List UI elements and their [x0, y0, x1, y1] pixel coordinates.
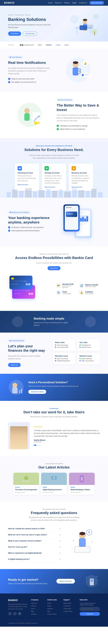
- faq-illustration: ?: [65, 526, 100, 556]
- faq-item-6[interactable]: Is digital banking secure? +: [8, 556, 61, 562]
- hero-secondary-button[interactable]: See all tools: [23, 32, 37, 36]
- social-linkedin[interactable]: in: [18, 612, 22, 616]
- banking-content: Banking at Your Fingertips Your banking …: [8, 211, 51, 233]
- footer-link-help[interactable]: Help Center: [63, 602, 77, 604]
- home-loan-item-2: Low Interest Rate: [55, 346, 73, 348]
- personalized-cta-button[interactable]: Contact Us Now: [28, 390, 46, 394]
- article-card-1[interactable]: Finance The future of local payments 20 …: [13, 473, 39, 495]
- cta-button[interactable]: Open Account: [56, 579, 75, 584]
- svg-rect-53: [98, 192, 103, 198]
- article-2-svg: [47, 474, 61, 484]
- faq-item-1[interactable]: How do I handle the easiest branch or AT…: [8, 526, 61, 532]
- balance-amount: $4,250.00: [67, 213, 76, 215]
- footer-link-about-us[interactable]: About: [47, 605, 61, 607]
- svg-rect-38: [73, 168, 74, 168]
- footer-support-title: Support: [63, 599, 77, 601]
- card-brand-icon: ⬤⬤: [26, 283, 31, 286]
- footer-logo: BANKIO: [8, 599, 28, 602]
- faq-item-2[interactable]: What do I do if I lose my card or it get…: [8, 532, 61, 538]
- faq-item-4[interactable]: How do I reset my pin? +: [8, 544, 61, 550]
- svg-rect-25: [84, 75, 88, 76]
- svg-rect-40: [12, 190, 18, 198]
- planning-cta-button[interactable]: Talk to Us: [8, 363, 21, 367]
- cta-illustration: [84, 574, 100, 588]
- home-loan-feature-1: Easy Processing: [57, 344, 68, 346]
- notifications-illustration: 🔔: [57, 55, 100, 85]
- checking-link[interactable]: Open Account ›: [18, 184, 28, 186]
- footer-link-privacy[interactable]: Privacy Policy: [47, 613, 61, 615]
- education-loan-dot-1: [55, 358, 56, 359]
- svg-point-27: [24, 108, 30, 114]
- footer: BANKIO We provide financial services to …: [0, 594, 108, 627]
- tag-dot: [10, 57, 11, 58]
- svg-rect-44: [39, 190, 45, 198]
- footer-link-cookie[interactable]: Cookie Policy: [63, 610, 77, 612]
- feature-cashback-text: Cashback Earn rewards: [85, 291, 93, 294]
- svg-point-12: [70, 15, 78, 23]
- testimonials-section: Testimonials Don't take our word for it,…: [0, 401, 108, 456]
- svg-rect-48: [64, 192, 71, 198]
- svg-rect-52: [91, 189, 97, 198]
- hero-primary-button[interactable]: View More: [8, 32, 21, 36]
- invest-tag-text: Safe Investments: [60, 99, 72, 101]
- footer-link-services[interactable]: Services: [47, 608, 61, 610]
- car-loan-dot-2: [80, 347, 81, 348]
- faq-item-5[interactable]: What is required to use Digital Banking?…: [8, 550, 61, 556]
- solutions-subtitle: Open your account from anywhere in the w…: [8, 145, 100, 147]
- personalized-section: Need a Personalized Solution? Talk to on…: [0, 374, 108, 401]
- svg-point-83: [98, 585, 99, 586]
- article-card-3[interactable]: Mobile Mobile Banking in Ghana 28 Januar…: [69, 473, 95, 495]
- bar-2: [80, 218, 82, 222]
- article-card-2[interactable]: Digital Digital Banking Services 24 Janu…: [41, 473, 67, 495]
- svg-point-16: [73, 61, 78, 64]
- footer-link-community[interactable]: Community: [63, 608, 77, 610]
- footer-link-careers[interactable]: Careers: [31, 605, 45, 607]
- footer-link-home[interactable]: Home: [47, 602, 61, 604]
- testimonial-dot-1[interactable]: [34, 445, 36, 446]
- nav-link-contact[interactable]: Contact Us: [79, 2, 87, 4]
- footer-link-contact-us[interactable]: Contact Us: [63, 605, 77, 607]
- checking-desc: This account lets you access your money …: [18, 175, 36, 182]
- faq-tag: Got questions? We have an answer: [8, 508, 100, 510]
- personalized-title: Need a Personalized Solution?: [28, 381, 100, 384]
- notifications-content: Smart Banking Real time Notifications Ou…: [8, 56, 51, 84]
- reviewer-name: Sophie Moore: [34, 439, 100, 441]
- footer-email-input[interactable]: [80, 607, 100, 611]
- loan-card-car: Car Loans Fast Approval Flexible Terms: [77, 339, 100, 351]
- invest-tag: Safe Investments: [57, 98, 73, 101]
- footer-link-press[interactable]: Press: [31, 608, 45, 610]
- faq-chevron-3: +: [60, 540, 61, 542]
- article-tag-1: Finance: [15, 486, 37, 488]
- card-cta-button[interactable]: Start Now!: [48, 266, 60, 270]
- car-loan-feature-2: Flexible Terms: [81, 346, 91, 348]
- card-holder-name: Card Holder: [11, 284, 18, 285]
- footer-link-contact[interactable]: Contact: [31, 613, 45, 615]
- articles-section: Latest Insights from Bankio Our Latest A…: [0, 456, 108, 502]
- svg-rect-39: [7, 192, 11, 198]
- footer-link-faq[interactable]: FAQ: [47, 610, 61, 612]
- nav-link-home[interactable]: Home: [48, 2, 52, 4]
- feature-2-text: Get notified, No service fees for us: [11, 81, 36, 83]
- footer-link-blog[interactable]: Blog: [31, 610, 45, 612]
- svg-rect-47: [59, 190, 63, 198]
- faq-item-3[interactable]: What is your customer service number? +: [8, 538, 61, 544]
- nav-cta-button[interactable]: Open Account: [90, 1, 104, 4]
- nav-link-about[interactable]: About Us: [55, 2, 61, 4]
- social-twitter[interactable]: t: [13, 612, 17, 616]
- articles-title: Our Latest Articles: [8, 465, 100, 470]
- personalized-description: Talk to one of our experts and we will f…: [28, 385, 100, 388]
- svg-rect-29: [32, 112, 41, 123]
- footer-subscribe-button[interactable]: Subscribe: [80, 612, 100, 616]
- education-loan-feature-1: Easy Processing: [57, 358, 68, 360]
- footer-link-about[interactable]: About Us: [31, 602, 45, 604]
- testimonial-dot-2[interactable]: [37, 445, 38, 446]
- social-facebook[interactable]: f: [8, 612, 12, 616]
- nav-link-product[interactable]: Product: [64, 2, 69, 4]
- articles-tag: Latest Insights from Bankio: [8, 463, 100, 464]
- savings-desc: A savings account offers a small interes…: [45, 175, 63, 184]
- nav-link-pages[interactable]: Pages: [72, 2, 77, 4]
- testimonial-dot-3[interactable]: [39, 445, 40, 446]
- hero-section: Simple. Transparent. Secure Banking Solu…: [0, 6, 108, 42]
- education-loan-dot-2: [55, 360, 56, 361]
- card-number-2: **** **** **** 5678: [14, 290, 33, 292]
